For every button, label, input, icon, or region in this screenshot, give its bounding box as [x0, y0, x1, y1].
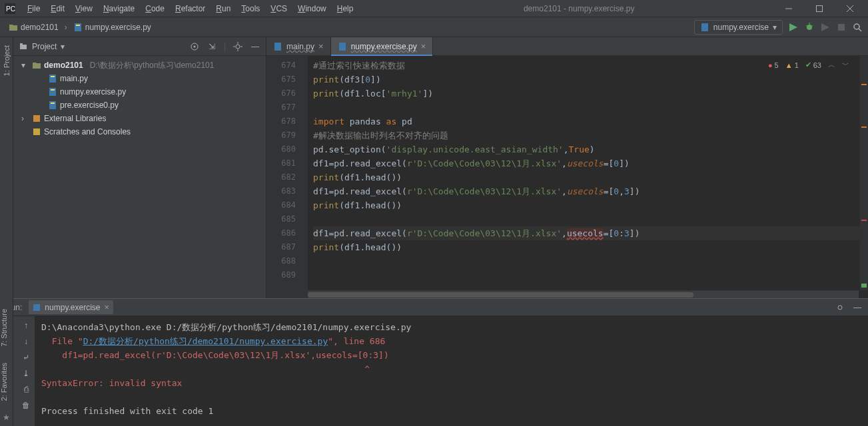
- debug-button[interactable]: [804, 22, 815, 33]
- scroll-down-icon[interactable]: ↓: [21, 336, 31, 347]
- close-icon[interactable]: ×: [318, 41, 324, 51]
- close-button[interactable]: [835, 0, 865, 17]
- chevron-down-icon: ▾: [773, 23, 777, 32]
- maximize-button[interactable]: [804, 0, 835, 17]
- left-tool-rail: 1: Project: [0, 37, 13, 298]
- project-tool-button[interactable]: 1: Project: [3, 41, 11, 80]
- chevron-right-icon: ›: [21, 114, 29, 123]
- svg-text:PC: PC: [6, 5, 15, 13]
- code-area[interactable]: #通过索引快速检索数据 print(df3[0]) print(df1.loc[…: [308, 56, 868, 298]
- breadcrumb-root-label: demo2101: [21, 23, 59, 32]
- svg-rect-8: [701, 23, 708, 31]
- hide-panel-icon[interactable]: —: [250, 41, 260, 52]
- inspections-widget[interactable]: ●5 ▲1 ✔63 ︿ ﹀: [768, 60, 849, 70]
- svg-rect-19: [20, 43, 23, 45]
- menu-vcs[interactable]: VCS: [266, 1, 292, 16]
- svg-rect-6: [75, 23, 81, 31]
- svg-rect-7: [76, 25, 80, 26]
- hide-run-icon[interactable]: —: [852, 302, 863, 313]
- svg-line-17: [859, 29, 861, 31]
- favorites-tool-button[interactable]: 2: Favorites: [0, 359, 13, 405]
- breadcrumb: demo2101 › numpy.exercise.py: [5, 21, 694, 34]
- run-coverage-button[interactable]: [820, 22, 831, 33]
- menu-tools[interactable]: Tools: [236, 1, 264, 16]
- menu-file[interactable]: File: [23, 1, 45, 16]
- editor-body[interactable]: 674 675 676 677 678 679 680 681 682 683 …: [266, 56, 868, 298]
- close-icon[interactable]: ×: [105, 302, 110, 312]
- project-view-title[interactable]: Project: [32, 42, 57, 51]
- app-logo: PC: [3, 1, 17, 16]
- tree-scratches[interactable]: Scratches and Consoles: [13, 125, 266, 138]
- soft-wrap-icon[interactable]: ⤶: [21, 352, 31, 363]
- run-config-label: numpy.exercise: [713, 23, 769, 32]
- svg-rect-35: [274, 43, 281, 51]
- print-icon[interactable]: ⎙: [21, 384, 31, 395]
- tree-file[interactable]: pre.exercise0.py: [13, 99, 266, 112]
- close-icon[interactable]: ×: [421, 41, 426, 51]
- structure-tool-button[interactable]: 7: Structure: [0, 305, 13, 351]
- menu-window[interactable]: Window: [293, 1, 331, 16]
- stop-button[interactable]: [836, 22, 847, 33]
- chevron-down-icon: ▾: [21, 61, 29, 70]
- svg-rect-28: [51, 76, 55, 77]
- tree-external-libs[interactable]: › External Libraries: [13, 112, 266, 125]
- menu-refactor[interactable]: Refactor: [171, 1, 210, 16]
- menu-help[interactable]: Help: [332, 1, 358, 16]
- ok-icon: ✔: [805, 61, 811, 69]
- divider: |: [224, 42, 226, 51]
- run-config-selector[interactable]: numpy.exercise ▾: [694, 20, 783, 35]
- svg-rect-34: [33, 128, 40, 135]
- breadcrumb-sep: ›: [65, 23, 67, 32]
- project-tree[interactable]: ▾ demo2101 D:\数据分析\python练习\demo2101 mai…: [13, 56, 266, 141]
- chevron-down-icon[interactable]: ﹀: [842, 60, 849, 70]
- search-everywhere-button[interactable]: [852, 22, 863, 33]
- trash-icon[interactable]: 🗑: [21, 400, 31, 411]
- svg-rect-27: [49, 75, 56, 83]
- breadcrumb-root[interactable]: demo2101: [5, 21, 62, 34]
- menu-edit[interactable]: Edit: [46, 1, 69, 16]
- tree-ext-label: External Libraries: [44, 114, 106, 123]
- breadcrumb-file-label: numpy.exercise.py: [85, 23, 151, 32]
- svg-rect-32: [51, 103, 55, 104]
- svg-rect-37: [33, 304, 40, 311]
- chevron-up-icon[interactable]: ︿: [828, 60, 835, 70]
- run-settings-icon[interactable]: [835, 302, 845, 313]
- horizontal-scrollbar[interactable]: [308, 290, 859, 298]
- svg-line-12: [806, 25, 807, 27]
- tab-main-py[interactable]: main.py×: [266, 37, 331, 55]
- vertical-scrollbar[interactable]: [860, 56, 868, 290]
- project-panel: Project ▾ ⇲ | — ▾ demo2101 D:\数据分析\pytho…: [13, 37, 266, 298]
- locate-icon[interactable]: [189, 41, 200, 52]
- svg-marker-14: [821, 23, 829, 31]
- window-title: demo2101 - numpy.exercise.py: [358, 4, 773, 13]
- menu-view[interactable]: View: [71, 1, 97, 16]
- svg-rect-36: [339, 43, 346, 51]
- editor-area: main.py×numpy.exercise.py× 674 675 676 6…: [266, 37, 868, 298]
- minimize-button[interactable]: [773, 0, 804, 17]
- run-button[interactable]: [788, 22, 799, 33]
- settings-icon[interactable]: [232, 41, 243, 52]
- scroll-up-icon[interactable]: ↑: [21, 320, 31, 331]
- svg-point-22: [236, 45, 240, 49]
- svg-point-16: [854, 24, 859, 29]
- svg-rect-33: [33, 115, 40, 122]
- menu-code[interactable]: Code: [141, 1, 169, 16]
- error-icon: ●: [768, 61, 773, 69]
- expand-all-icon[interactable]: ⇲: [207, 41, 217, 52]
- svg-point-10: [807, 25, 812, 30]
- run-output[interactable]: D:\Anaconda3\python.exe D:/数据分析/python练习…: [35, 316, 868, 426]
- tree-root[interactable]: ▾ demo2101 D:\数据分析\python练习\demo2101: [13, 59, 266, 72]
- scroll-to-end-icon[interactable]: ⤓: [21, 368, 31, 379]
- window-controls: [773, 0, 868, 17]
- warnings-count: 1: [795, 61, 799, 69]
- tree-file[interactable]: numpy.exercise.py: [13, 85, 266, 99]
- tab-numpy-exercise-py[interactable]: numpy.exercise.py×: [331, 37, 434, 55]
- breadcrumb-file[interactable]: numpy.exercise.py: [70, 21, 155, 34]
- menu-run[interactable]: Run: [211, 1, 235, 16]
- menu-navigate[interactable]: Navigate: [99, 1, 139, 16]
- titlebar: PC FileEditViewNavigateCodeRefactorRunTo…: [0, 0, 868, 17]
- tree-file[interactable]: main.py: [13, 72, 266, 85]
- svg-rect-18: [20, 45, 27, 49]
- gutter: 674 675 676 677 678 679 680 681 682 683 …: [266, 56, 308, 298]
- run-tab[interactable]: numpy.exercise ×: [29, 300, 113, 314]
